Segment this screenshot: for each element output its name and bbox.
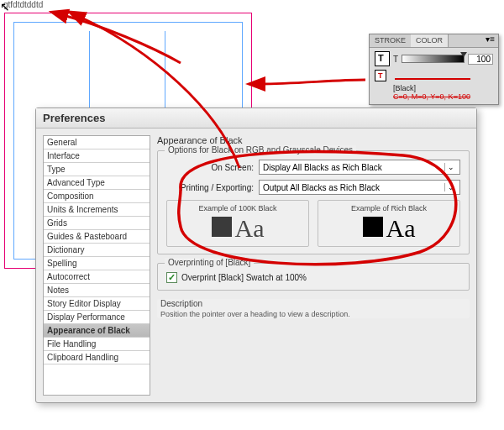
category-item[interactable]: Type: [44, 163, 150, 176]
overprint-text: Overprint [Black] Swatch at 100%: [181, 273, 307, 282]
category-item[interactable]: Autocorrect: [44, 270, 150, 284]
category-item[interactable]: Display Performance: [44, 311, 150, 324]
options-group-label: Options for Black on RGB and Grayscale D…: [165, 145, 356, 155]
example-100k-aa: Aa: [235, 214, 265, 243]
category-item[interactable]: Notes: [44, 284, 150, 297]
tint-input[interactable]: [468, 54, 493, 65]
options-group: Options for Black on RGB and Grayscale D…: [157, 150, 470, 254]
example-rich-aa: Aa: [386, 214, 416, 243]
panel-menu-icon[interactable]: ▾≡: [482, 34, 498, 47]
category-item[interactable]: Spelling: [44, 257, 150, 270]
formatting-affects-text-icon[interactable]: T: [375, 70, 386, 81]
chevron-down-icon: ⌄: [444, 183, 456, 191]
section-title: Appearance of Black: [157, 135, 470, 145]
category-item[interactable]: Interface: [44, 149, 150, 163]
print-value: Output All Blacks as Rich Black: [263, 183, 380, 192]
dialog-title: Preferences: [36, 108, 476, 128]
swatch-100k-icon: [212, 217, 232, 237]
category-item[interactable]: General: [44, 136, 150, 149]
category-item[interactable]: File Handling: [44, 338, 150, 351]
category-item[interactable]: Units & Increments: [44, 203, 150, 217]
example-100k-label: Example of 100K Black: [171, 204, 305, 212]
color-name: [Black]: [393, 84, 493, 92]
print-dropdown[interactable]: Output All Blacks as Rich Black ⌄: [259, 180, 460, 195]
overprint-checkbox[interactable]: ✓: [166, 272, 177, 283]
slider-handle-icon[interactable]: [460, 52, 467, 57]
print-label: Printing / Exporting:: [166, 183, 254, 192]
example-rich: Example of Rich Black Aa: [318, 200, 460, 247]
category-item[interactable]: Dictionary: [44, 244, 150, 257]
tint-slider[interactable]: [402, 55, 465, 63]
category-list[interactable]: GeneralInterfaceTypeAdvanced TypeComposi…: [43, 135, 150, 396]
description-group: Description Position the pointer over a …: [157, 299, 470, 318]
swatch-rich-icon: [363, 217, 383, 237]
preferences-dialog: Preferences GeneralInterfaceTypeAdvanced…: [35, 108, 477, 403]
tab-color[interactable]: COLOR: [411, 34, 449, 47]
example-100k: Example of 100K Black Aa: [166, 200, 309, 247]
onscreen-label: On Screen:: [166, 163, 254, 172]
chevron-down-icon: ⌄: [444, 163, 456, 171]
example-rich-label: Example of Rich Black: [322, 204, 456, 212]
tint-label: T: [393, 55, 398, 64]
panel-tab-strip: STROKE COLOR ▾≡: [370, 34, 498, 48]
category-item[interactable]: Composition: [44, 190, 150, 203]
color-panel[interactable]: STROKE COLOR ▾≡ T T T [Black] C=0, M=0, …: [369, 34, 499, 105]
category-item[interactable]: Advanced Type: [44, 176, 150, 190]
category-item[interactable]: Guides & Pasteboard: [44, 230, 150, 244]
overprint-group-label: Overprinting of [Black]: [165, 258, 254, 267]
category-item[interactable]: Grids: [44, 217, 150, 230]
category-item[interactable]: Story Editor Display: [44, 297, 150, 311]
category-item[interactable]: Clipboard Handling: [44, 351, 150, 364]
tab-stroke[interactable]: STROKE: [370, 34, 411, 47]
description-text: Position the pointer over a heading to v…: [160, 310, 466, 318]
onscreen-value: Display All Blacks as Rich Black: [263, 163, 382, 172]
description-label: Description: [160, 299, 466, 308]
color-breakdown: C=0, M=0, Y=0, K=100: [393, 92, 493, 101]
overprint-group: Overprinting of [Black] ✓ Overprint [Bla…: [157, 263, 470, 291]
onscreen-dropdown[interactable]: Display All Blacks as Rich Black ⌄: [259, 160, 460, 175]
fill-stroke-proxy[interactable]: T: [375, 51, 390, 66]
category-item[interactable]: Appearance of Black: [44, 324, 150, 338]
cursor-icon: ↖: [0, 0, 10, 13]
